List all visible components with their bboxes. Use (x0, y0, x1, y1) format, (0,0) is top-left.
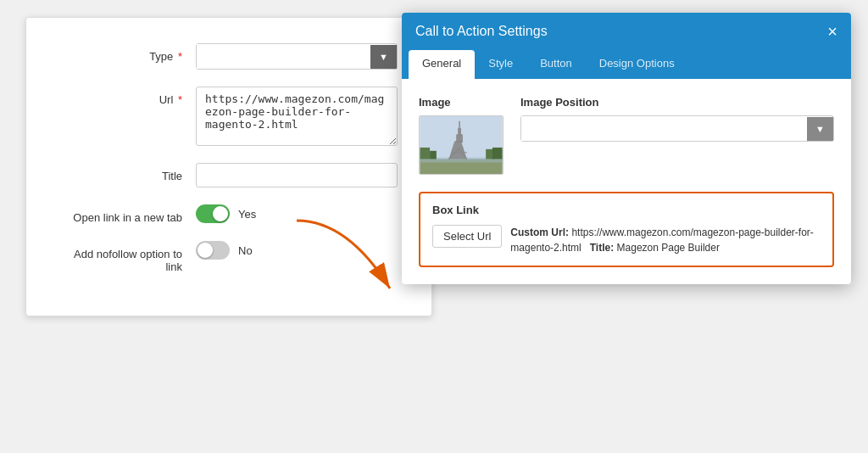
svg-rect-5 (430, 151, 437, 159)
title-label: Title (60, 163, 196, 182)
box-link-content: Select Url Custom Url: https://www.magez… (432, 225, 821, 255)
image-row: Image (419, 96, 834, 175)
box-link-title-label: Title: (590, 242, 614, 254)
custom-url-label: Custom Url: (510, 226, 569, 238)
type-label: Type * (60, 43, 196, 63)
type-input[interactable]: Custom (197, 44, 370, 69)
nofollow-value-label: No (238, 244, 253, 257)
image-thumbnail[interactable] (419, 115, 504, 175)
type-select-wrapper[interactable]: Custom ▼ (196, 43, 398, 70)
type-row: Type * Custom ▼ (60, 43, 398, 70)
url-textarea[interactable]: https://www.magezon.com/magezon-page-bui… (196, 87, 398, 146)
modal-title: Call to Action Settings (415, 24, 548, 39)
open-link-toggle[interactable] (196, 204, 230, 223)
image-position-input[interactable]: Cover (521, 116, 807, 141)
box-link-title: Box Link (432, 204, 821, 216)
type-arrow-button[interactable]: ▼ (370, 45, 397, 69)
title-row: Title Magezon Page Builder (60, 163, 398, 187)
open-link-toggle-knob (213, 206, 228, 221)
modal-tabs: General Style Button Design Options (402, 50, 851, 79)
nofollow-label: Add nofollow option to link (60, 241, 196, 273)
modal-panel: Call to Action Settings × General Style … (402, 13, 851, 284)
tab-button[interactable]: Button (526, 50, 586, 79)
url-required-star: * (178, 93, 182, 106)
url-label: Url * (60, 87, 196, 106)
svg-rect-7 (492, 148, 503, 159)
image-section: Image (419, 96, 504, 175)
nofollow-toggle[interactable] (196, 241, 230, 260)
tab-style[interactable]: Style (475, 50, 526, 79)
select-url-button[interactable]: Select Url (432, 225, 502, 248)
box-link-section: Box Link Select Url Custom Url: https://… (419, 192, 834, 267)
open-link-toggle-row: Yes (196, 204, 256, 223)
required-star: * (178, 50, 182, 63)
image-label: Image (419, 96, 504, 109)
tab-design-options[interactable]: Design Options (586, 50, 688, 79)
open-link-row: Open link in a new tab Yes (60, 204, 398, 224)
nofollow-toggle-row: No (196, 241, 253, 260)
url-row: Url * https://www.magezon.com/magezon-pa… (60, 87, 398, 146)
box-link-text: Custom Url: https://www.magezon.com/mage… (510, 225, 821, 255)
modal-close-button[interactable]: × (827, 23, 837, 40)
open-link-label: Open link in a new tab (60, 204, 196, 224)
modal-header: Call to Action Settings × (402, 13, 851, 50)
image-position-select-wrapper[interactable]: Cover ▼ (520, 115, 834, 142)
image-position-section: Image Position Cover ▼ (520, 96, 834, 175)
svg-rect-10 (458, 128, 461, 137)
background-form: Type * Custom ▼ Url * https://www.magezo… (25, 17, 432, 316)
tab-general[interactable]: General (409, 50, 475, 79)
open-link-value-label: Yes (238, 208, 256, 221)
nofollow-toggle-knob (198, 243, 213, 258)
eiffel-image (420, 116, 503, 174)
svg-rect-4 (420, 148, 430, 159)
title-input[interactable]: Magezon Page Builder (196, 163, 398, 187)
box-link-title-value: Magezon Page Builder (617, 242, 720, 254)
modal-body: Image (402, 79, 851, 284)
image-position-label: Image Position (520, 96, 834, 109)
image-position-arrow-button[interactable]: ▼ (807, 117, 833, 141)
nofollow-row: Add nofollow option to link No (60, 241, 398, 273)
